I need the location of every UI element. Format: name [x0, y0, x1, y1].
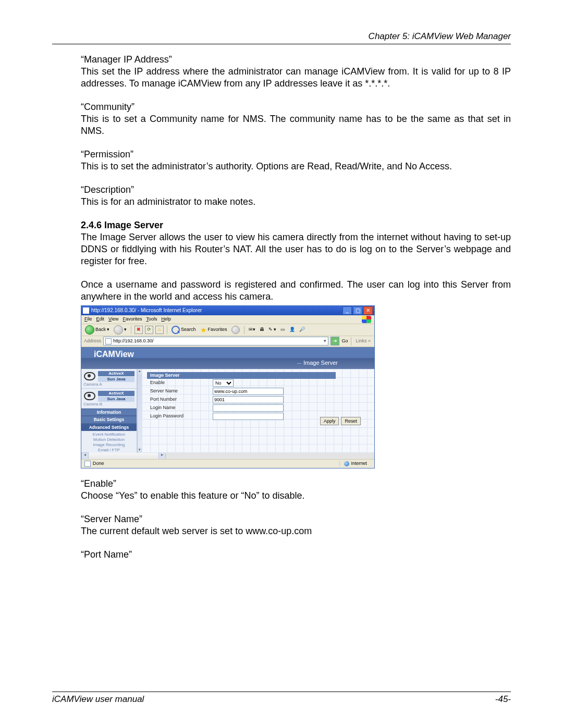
- menu-view[interactable]: View: [108, 317, 118, 322]
- input-login-name[interactable]: [213, 404, 284, 412]
- sidebar-item-image-recording[interactable]: Image Recording: [81, 442, 137, 448]
- internet-zone-icon: [344, 461, 349, 466]
- label-server-name: Server Name: [147, 389, 213, 393]
- status-zone: Internet: [339, 461, 371, 466]
- ie-icon: [83, 307, 89, 314]
- app-banner: iCAMView Image Server: [81, 347, 374, 369]
- camera-a-sunjava[interactable]: Sun Java: [98, 377, 134, 382]
- camera-a-label: Camera A: [81, 382, 137, 387]
- sidebar-item-motion-detection[interactable]: Motion Detection: [81, 437, 137, 442]
- sec-text-community: This is to set a Community name for NMS.…: [81, 113, 511, 137]
- sec-title-server-name: “Server Name”: [81, 513, 511, 525]
- research-icon[interactable]: 🔎: [298, 327, 306, 332]
- label-login-name: Login Name: [147, 405, 213, 410]
- sidebar: ActiveX Sun Java Camera A ActiveX: [81, 369, 137, 453]
- sec-text-description: This is for an administrator to make not…: [81, 196, 511, 208]
- refresh-icon[interactable]: ⟳: [145, 326, 153, 334]
- camera-b-sunjava[interactable]: Sun Java: [98, 397, 134, 402]
- sec-text-enable: Choose “Yes” to enable this feature or “…: [81, 490, 511, 502]
- apply-button[interactable]: Apply: [320, 417, 339, 425]
- image-server-para-2: Once a username and password is register…: [81, 279, 511, 303]
- maximize-button[interactable]: ▢: [353, 306, 362, 315]
- print-icon[interactable]: 🖶: [259, 327, 265, 332]
- menu-file[interactable]: File: [84, 317, 92, 322]
- toolbar: Back ▾ ▾ ✖ ⟳ ⌂ Search ★Favorites ✉▾ 🖶 ✎ …: [81, 324, 374, 336]
- sec-text-manager-ip: This set the IP address where the admini…: [81, 66, 511, 90]
- camera-b-label: Camera B: [81, 402, 137, 406]
- label-port-number: Port Number: [147, 397, 213, 402]
- address-input[interactable]: http://192.168.0.30/ ▾: [103, 337, 328, 346]
- camera-b-activex[interactable]: ActiveX: [98, 391, 134, 396]
- menu-help[interactable]: Help: [161, 317, 171, 322]
- image-server-para-1: The Image Server allows the user to view…: [81, 231, 511, 267]
- home-icon[interactable]: ⌂: [155, 326, 164, 334]
- windows-flag-icon: [362, 316, 371, 323]
- sidebar-scrollbar[interactable]: ▴▾: [137, 369, 142, 453]
- go-button[interactable]: ➔: [331, 337, 339, 346]
- back-button[interactable]: Back ▾: [84, 325, 111, 335]
- favorites-button[interactable]: ★Favorites: [199, 326, 228, 334]
- search-icon: [172, 326, 180, 334]
- sec-title-community: “Community”: [81, 101, 511, 113]
- menu-bar: File Edit View Favorites Tools Help: [81, 315, 374, 324]
- address-label: Address: [84, 339, 101, 343]
- search-button[interactable]: Search: [170, 326, 197, 334]
- sec-text-server-name: The current default web server is set to…: [81, 525, 511, 537]
- sidebar-h-scroll[interactable]: ◂▸: [81, 453, 374, 459]
- sec-title-description: “Description”: [81, 184, 511, 196]
- page-footer: iCAMView user manual -45-: [52, 692, 511, 705]
- heading-image-server: 2.4.6 Image Server: [81, 219, 511, 231]
- camera-a-icon: [81, 371, 98, 382]
- mail-icon[interactable]: ✉▾: [248, 327, 256, 332]
- panel-title: Image Server: [147, 372, 336, 379]
- sidebar-basic-settings[interactable]: Basic Settings: [81, 416, 137, 424]
- input-login-password[interactable]: [213, 413, 284, 420]
- address-bar: Address http://192.168.0.30/ ▾ ➔ Go Link…: [81, 336, 374, 347]
- sec-text-permission: This is to set the administrator’s autho…: [81, 161, 511, 172]
- camera-b-icon: [81, 390, 98, 402]
- status-done: Done: [93, 461, 104, 466]
- page-icon: [105, 338, 112, 344]
- status-page-icon: [84, 461, 91, 467]
- chapter-header: Chapter 5: iCAMView Web Manager: [52, 31, 511, 42]
- screenshot-ie-window: http://192.168.0.30/ - Microsoft Interne…: [81, 305, 375, 468]
- forward-button[interactable]: ▾: [113, 325, 128, 335]
- address-dropdown-icon[interactable]: ▾: [324, 339, 326, 343]
- camera-a-activex[interactable]: ActiveX: [98, 371, 134, 376]
- messenger-icon[interactable]: 👤: [288, 327, 296, 332]
- input-port-number[interactable]: [213, 396, 284, 403]
- window-title: http://192.168.0.30/ - Microsoft Interne…: [91, 308, 202, 313]
- label-login-password: Login Password: [147, 414, 213, 418]
- window-titlebar: http://192.168.0.30/ - Microsoft Interne…: [81, 306, 374, 315]
- input-server-name[interactable]: [213, 388, 284, 395]
- go-label: Go: [341, 339, 348, 343]
- menu-edit[interactable]: Edit: [96, 317, 105, 322]
- reset-button[interactable]: Reset: [341, 417, 361, 425]
- main-panel: Image Server Enable No Server Name: [142, 369, 374, 453]
- sec-title-port-name: “Port Name”: [81, 549, 511, 561]
- sidebar-information[interactable]: Information: [81, 409, 137, 416]
- stop-icon[interactable]: ✖: [134, 326, 143, 334]
- status-bar: Done Internet: [81, 459, 374, 468]
- menu-favorites[interactable]: Favorites: [123, 317, 142, 322]
- sec-title-permission: “Permission”: [81, 149, 511, 161]
- discuss-icon[interactable]: ▭: [279, 327, 286, 332]
- sec-title-enable: “Enable”: [81, 478, 511, 490]
- select-enable[interactable]: No: [213, 379, 234, 387]
- sec-title-manager-ip: “Manager IP Address”: [81, 54, 511, 66]
- sidebar-item-event-notification[interactable]: Event Notification: [81, 432, 137, 437]
- links-label[interactable]: Links »: [354, 339, 372, 343]
- app-brand: iCAMView: [94, 350, 134, 359]
- close-button[interactable]: ✕: [363, 306, 373, 315]
- footer-page-number: -45-: [495, 694, 511, 705]
- edit-icon[interactable]: ✎ ▾: [267, 327, 278, 332]
- history-icon[interactable]: [230, 326, 241, 334]
- minimize-button[interactable]: _: [342, 306, 352, 315]
- sidebar-item-email-ftp[interactable]: Email / FTP: [81, 448, 137, 453]
- menu-tools[interactable]: Tools: [146, 317, 157, 322]
- star-icon: ★: [200, 326, 207, 334]
- label-enable: Enable: [147, 380, 213, 385]
- footer-manual: iCAMView user manual: [52, 694, 144, 705]
- sidebar-advanced-settings[interactable]: Advanced Settings: [81, 424, 137, 431]
- breadcrumb: Image Server: [303, 360, 338, 366]
